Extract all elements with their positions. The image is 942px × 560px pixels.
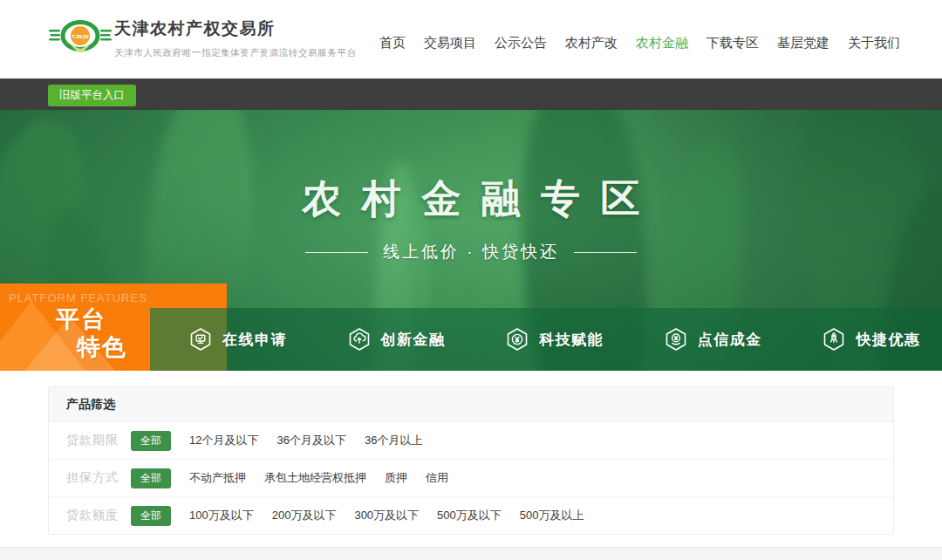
page: TJNJS 天津农村产权交易所 天津市人民政府唯一指定集体资产资源流转交易服务平… (0, 0, 942, 560)
platform-features-eyebrow: PLATFORM FEATURES (9, 291, 147, 304)
hero-subtitle-row: 线上低价 · 快贷快还 (0, 241, 942, 263)
filter-option[interactable]: 承包土地经营权抵押 (264, 470, 366, 486)
nav-item[interactable]: 基层党建 (777, 35, 829, 51)
filter-option[interactable]: 100万及以下 (189, 508, 254, 523)
filter-option[interactable]: 12个月及以下 (189, 433, 258, 448)
filter-all-button[interactable]: 全部 (131, 431, 171, 451)
feature-item-label: 快捷优惠 (856, 330, 920, 350)
cloud-upload-icon (349, 328, 370, 351)
feature-item-label: 科技赋能 (539, 330, 604, 350)
feature-item-label: 在线申请 (222, 330, 287, 350)
filter-all-button[interactable]: 全部 (131, 468, 171, 488)
filter-row: 贷款期限全部12个月及以下36个月及以下36个月以上 (49, 422, 893, 460)
site-subtitle: 天津市人民政府唯一指定集体资产资源流转交易服务平台 (114, 47, 357, 59)
logo-graphic: TJNJS (49, 11, 112, 65)
monitor-check-icon (190, 328, 211, 351)
feature-item-label: 创新金融 (381, 330, 446, 350)
features-menu-items: 在线申请创新金融科技赋能点信成金快捷优惠 (150, 308, 942, 371)
platform-features-title-1: 平台 (56, 304, 106, 335)
feature-item-label: 点信成金 (698, 330, 762, 350)
logo-text: TJNJS (72, 33, 88, 39)
filter-option[interactable]: 500万及以下 (437, 508, 502, 523)
filter-option[interactable]: 500万及以上 (520, 508, 584, 523)
product-filter-card: 产品筛选 贷款期限全部12个月及以下36个月及以下36个月以上担保方式全部不动产… (48, 386, 894, 535)
nav-item[interactable]: 交易项目 (424, 35, 476, 51)
subtitle-left-line (305, 252, 368, 253)
filter-option[interactable]: 不动产抵押 (189, 470, 246, 486)
footer-strip (0, 547, 942, 560)
old-platform-button[interactable]: 旧版平台入口 (48, 85, 136, 106)
filter-option[interactable]: 36个月以上 (365, 433, 422, 448)
filter-card-title: 产品筛选 (49, 387, 893, 422)
logo[interactable]: TJNJS (49, 11, 112, 69)
hero-title: 农村金融专区 (0, 173, 942, 225)
nav-item[interactable]: 农村产改 (565, 35, 618, 51)
site-header: TJNJS 天津农村产权交易所 天津市人民政府唯一指定集体资产资源流转交易服务平… (0, 0, 942, 79)
coin-hand-icon (666, 328, 686, 351)
nav-item[interactable]: 关于我们 (848, 35, 900, 51)
filter-option[interactable]: 300万及以下 (354, 508, 419, 523)
filter-rows: 贷款期限全部12个月及以下36个月及以下36个月以上担保方式全部不动产抵押承包土… (49, 422, 893, 534)
sub-toolbar: 旧版平台入口 (0, 79, 942, 110)
feature-item[interactable]: 在线申请 (150, 308, 309, 371)
nav-item[interactable]: 首页 (379, 35, 406, 51)
brand-block: 天津农村产权交易所 天津市人民政府唯一指定集体资产资源流转交易服务平台 (114, 17, 357, 59)
filter-all-button[interactable]: 全部 (131, 506, 171, 526)
subtitle-right-line (574, 252, 637, 253)
hero-subtitle: 线上低价 · 快贷快还 (383, 241, 559, 263)
feature-item[interactable]: 点信成金 (625, 308, 784, 371)
filter-row: 担保方式全部不动产抵押承包土地经营权抵押质押信用 (49, 460, 893, 497)
feature-item[interactable]: 创新金融 (309, 308, 468, 371)
rocket-icon (823, 328, 844, 351)
filter-option[interactable]: 信用 (426, 470, 448, 486)
nav-item[interactable]: 公示公告 (495, 35, 547, 51)
platform-features-title-2: 特色 (77, 331, 127, 363)
filter-option[interactable]: 质押 (385, 470, 407, 486)
features-menu-bar: 在线申请创新金融科技赋能点信成金快捷优惠 (150, 308, 942, 371)
filter-row: 贷款额度全部100万及以下200万及以下300万及以下500万及以下500万及以… (49, 497, 893, 534)
yen-circle-icon (507, 328, 528, 351)
filter-option[interactable]: 200万及以下 (272, 508, 337, 523)
filter-option[interactable]: 36个月及以下 (276, 433, 345, 448)
nav-item[interactable]: 下载专区 (706, 35, 759, 51)
filter-row-label: 担保方式 (66, 470, 124, 486)
platform-features-tab: PLATFORM FEATURES 平台 特色 (0, 283, 150, 371)
feature-item[interactable]: 快捷优惠 (783, 308, 942, 371)
site-title: 天津农村产权交易所 (114, 17, 357, 40)
main-nav: 首页交易项目公示公告农村产改农村金融下载专区基层党建关于我们 (379, 35, 900, 51)
filter-row-label: 贷款额度 (66, 508, 124, 523)
feature-item[interactable]: 科技赋能 (467, 308, 625, 371)
filter-row-label: 贷款期限 (66, 433, 124, 448)
nav-item[interactable]: 农村金融 (636, 35, 688, 51)
